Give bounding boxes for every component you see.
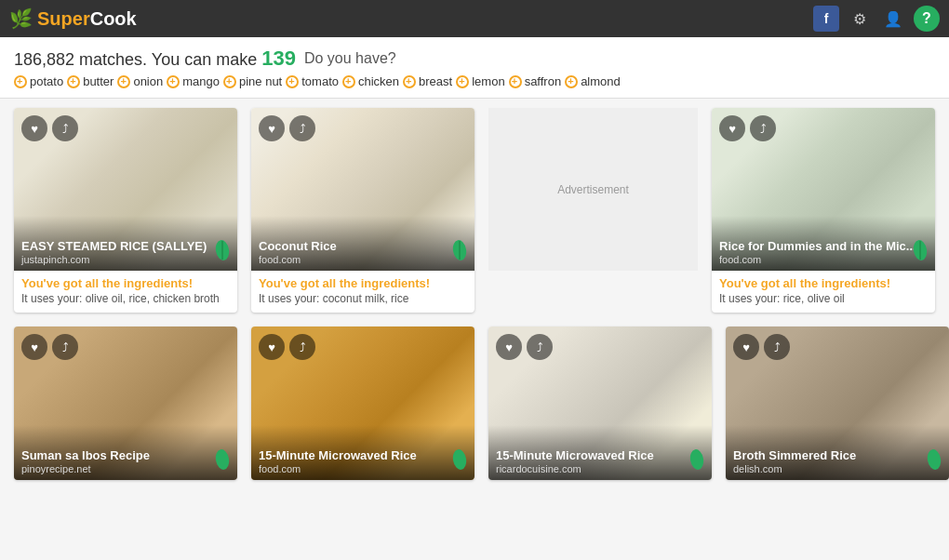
recipe-overlay-6: 15-Minute Microwaved Rice ricardocuisine… <box>488 425 712 480</box>
recipe-source-7: delish.com <box>733 463 942 474</box>
favorite-button-3[interactable]: ♥ <box>719 115 745 141</box>
recipe-actions-1: ♥ ⤴ <box>21 115 78 141</box>
settings-icon[interactable]: ⚙ <box>847 6 873 32</box>
recipe-title-1: EASY STEAMED RICE (SALLYE) <box>21 239 230 254</box>
recipe-card-1[interactable]: ♥ ⤴ EASY STEAMED RICE (SALLYE) justapinc… <box>14 108 237 313</box>
uses-text-1: It uses your: olive oil, rice, chicken b… <box>21 292 230 305</box>
recipe-card-3[interactable]: ♥ ⤴ Rice for Dummies and in the Mic... f… <box>712 108 935 313</box>
recipe-actions-7: ♥ ⤴ <box>733 334 790 360</box>
tag-butter[interactable]: butter <box>67 74 114 88</box>
recipe-title-5: 15-Minute Microwaved Rice <box>259 448 467 463</box>
favorite-button-5[interactable]: ♥ <box>259 334 285 360</box>
tag-potato[interactable]: potato <box>14 74 63 88</box>
share-button-2[interactable]: ⤴ <box>289 115 315 141</box>
share-button-1[interactable]: ⤴ <box>52 115 78 141</box>
recipe-source-3: food.com <box>719 254 928 265</box>
recipe-source-2: food.com <box>259 254 467 265</box>
recipe-overlay-2: Coconut Rice food.com <box>251 216 474 271</box>
tag-dot-almond <box>565 75 578 88</box>
recipe-card-7[interactable]: ♥ ⤴ Broth Simmered Rice delish.com <box>726 327 949 480</box>
recipe-info-2: You've got all the ingredients! It uses … <box>251 271 474 313</box>
facebook-icon[interactable]: f <box>813 6 839 32</box>
recipe-card-4[interactable]: ♥ ⤴ Suman sa Ibos Recipe pinoyrecipe.net <box>14 327 237 480</box>
do-you-have-label: Do you have? <box>304 50 396 67</box>
results-bar: 186,882 matches. You can make 139 Do you… <box>0 37 949 99</box>
uses-text-3: It uses your: rice, olive oil <box>719 292 928 305</box>
recipe-overlay-1: EASY STEAMED RICE (SALLYE) justapinch.co… <box>14 216 237 271</box>
recipe-card-5[interactable]: ♥ ⤴ 15-Minute Microwaved Rice food.com <box>251 327 474 480</box>
favorite-button-6[interactable]: ♥ <box>496 334 522 360</box>
recipe-overlay-4: Suman sa Ibos Recipe pinoyrecipe.net <box>14 425 237 480</box>
recipe-actions-5: ♥ ⤴ <box>259 334 315 360</box>
total-matches: 186,882 matches. You can make 139 <box>14 47 296 71</box>
tag-breast[interactable]: breast <box>403 74 452 88</box>
tag-dot-onion <box>117 75 130 88</box>
leaf-icon-1 <box>213 239 232 265</box>
recipe-image-2: ♥ ⤴ Coconut Rice food.com <box>251 108 474 271</box>
user-icon[interactable]: 👤 <box>880 6 906 32</box>
recipe-actions-6: ♥ ⤴ <box>496 334 553 360</box>
ingredient-tags: potato butter onion mango pine nut tomat… <box>14 74 621 88</box>
tag-chicken[interactable]: chicken <box>342 74 399 88</box>
recipe-source-5: food.com <box>259 463 467 474</box>
recipe-title-7: Broth Simmered Rice <box>733 448 942 463</box>
svg-point-8 <box>688 448 705 471</box>
help-icon[interactable]: ? <box>914 6 940 32</box>
share-button-3[interactable]: ⤴ <box>750 115 776 141</box>
recipe-overlay-7: Broth Simmered Rice delish.com <box>726 425 949 480</box>
favorite-button-2[interactable]: ♥ <box>259 115 285 141</box>
share-button-7[interactable]: ⤴ <box>764 334 790 360</box>
tag-lemon[interactable]: lemon <box>456 74 504 88</box>
tag-dot-potato <box>14 75 27 88</box>
recipe-title-4: Suman sa Ibos Recipe <box>21 448 230 463</box>
uses-text-2: It uses your: coconut milk, rice <box>259 292 467 305</box>
recipe-actions-2: ♥ ⤴ <box>259 115 315 141</box>
advertisement-area: Advertisement <box>488 108 698 271</box>
tag-pine-nut[interactable]: pine nut <box>223 74 282 88</box>
share-button-4[interactable]: ⤴ <box>52 334 78 360</box>
recipe-image-1: ♥ ⤴ EASY STEAMED RICE (SALLYE) justapinc… <box>14 108 237 271</box>
main-content: ♥ ⤴ EASY STEAMED RICE (SALLYE) justapinc… <box>0 99 949 503</box>
share-button-6[interactable]: ⤴ <box>527 334 553 360</box>
share-button-5[interactable]: ⤴ <box>289 334 315 360</box>
recipe-title-6: 15-Minute Microwaved Rice <box>496 448 704 463</box>
tag-dot-mango <box>167 75 180 88</box>
recipe-title-2: Coconut Rice <box>259 239 467 254</box>
svg-point-7 <box>451 448 468 471</box>
recipe-image-4: ♥ ⤴ Suman sa Ibos Recipe pinoyrecipe.net <box>14 327 237 480</box>
recipe-info-1: You've got all the ingredients! It uses … <box>14 271 237 313</box>
tag-mango[interactable]: mango <box>167 74 220 88</box>
tag-dot-chicken <box>342 75 355 88</box>
tag-saffron[interactable]: saffron <box>509 74 562 88</box>
favorite-button-7[interactable]: ♥ <box>733 334 759 360</box>
recipe-source-1: justapinch.com <box>21 254 230 265</box>
you-got-2: You've got all the ingredients! <box>259 276 467 290</box>
favorite-button-4[interactable]: ♥ <box>21 334 47 360</box>
leaf-icon-3 <box>911 239 929 265</box>
recipe-image-3: ♥ ⤴ Rice for Dummies and in the Mic... f… <box>712 108 935 271</box>
tag-tomato[interactable]: tomato <box>286 74 339 88</box>
leaf-icon-4 <box>213 448 232 474</box>
recipe-actions-4: ♥ ⤴ <box>21 334 78 360</box>
recipe-actions-3: ♥ ⤴ <box>719 115 776 141</box>
tag-onion[interactable]: onion <box>117 74 163 88</box>
logo-container: 🌿 SuperCook <box>9 7 137 30</box>
tag-almond[interactable]: almond <box>565 74 621 88</box>
recipe-row-1: ♥ ⤴ EASY STEAMED RICE (SALLYE) justapinc… <box>14 108 935 313</box>
tag-dot-tomato <box>286 75 299 88</box>
top-navigation: 🌿 SuperCook f ⚙ 👤 ? <box>0 0 949 37</box>
you-got-1: You've got all the ingredients! <box>21 276 230 290</box>
favorite-button-1[interactable]: ♥ <box>21 115 47 141</box>
tag-dot-pine-nut <box>223 75 236 88</box>
recipe-card-2[interactable]: ♥ ⤴ Coconut Rice food.com You've got all… <box>251 108 474 313</box>
recipe-image-7: ♥ ⤴ Broth Simmered Rice delish.com <box>726 327 949 480</box>
recipe-card-6[interactable]: ♥ ⤴ 15-Minute Microwaved Rice ricardocui… <box>488 327 712 480</box>
recipe-row-2: ♥ ⤴ Suman sa Ibos Recipe pinoyrecipe.net <box>14 327 935 480</box>
recipe-source-4: pinoyrecipe.net <box>21 463 230 474</box>
logo-text: SuperCook <box>37 8 137 30</box>
tag-dot-saffron <box>509 75 522 88</box>
you-got-3: You've got all the ingredients! <box>719 276 928 290</box>
recipe-overlay-3: Rice for Dummies and in the Mic... food.… <box>712 216 935 271</box>
recipe-overlay-5: 15-Minute Microwaved Rice food.com <box>251 425 474 480</box>
leaf-icon-2 <box>450 239 469 265</box>
